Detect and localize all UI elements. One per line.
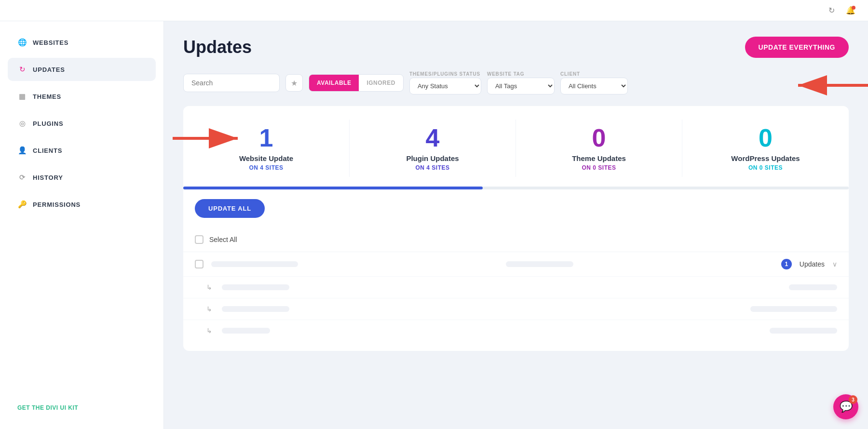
refresh-icon[interactable]: ↻	[826, 5, 837, 16]
stat-sublabel-themes: ON 0 SITES	[582, 164, 616, 171]
plugins-icon: ◎	[17, 119, 27, 128]
sidebar-item-history[interactable]: ⟳ History	[8, 166, 156, 189]
stat-sublabel-plugins: ON 4 SITES	[415, 164, 449, 171]
table-row-indent-3: ↳	[183, 320, 849, 341]
main-wrapper: Updates UPDATE EVERYTHING ★ AVAILABLE IG…	[164, 21, 868, 429]
stats-row: 1 Website Update ON 4 SITES 4 Plugin Upd…	[183, 106, 849, 187]
page-title: Updates	[183, 37, 252, 57]
expand-icon[interactable]: ∨	[832, 260, 837, 268]
sidebar-item-permissions[interactable]: 🔑 Permissions	[8, 193, 156, 216]
sidebar: 🌐 Websites ↻ Updates ▦ Themes ◎ Plugins …	[0, 21, 164, 429]
notification-icon[interactable]: 🔔	[845, 5, 856, 16]
update-all-section: UPDATE ALL Select All	[183, 189, 849, 351]
stat-card-wordpress: 0 WordPress Updates ON 0 SITES	[682, 120, 849, 177]
top-bar: ↻ 🔔	[0, 0, 868, 21]
client-filter-label: CLIENT	[560, 71, 627, 77]
sidebar-item-label: Plugins	[33, 120, 63, 127]
client-filter-select[interactable]: All Clients	[560, 78, 628, 94]
stat-number-wordpress: 0	[759, 125, 773, 150]
updates-badge: 1	[781, 259, 792, 269]
tag-filter-select[interactable]: All Tags	[487, 78, 555, 94]
sidebar-item-label: Updates	[33, 66, 65, 73]
stat-card-themes: 0 Theme Updates ON 0 SITES	[516, 120, 682, 177]
ignored-toggle-button[interactable]: IGNORED	[359, 75, 403, 91]
star-filter-button[interactable]: ★	[285, 74, 303, 92]
sidebar-item-label: History	[33, 174, 63, 181]
stat-label-plugins: Plugin Updates	[406, 154, 459, 162]
sidebar-item-websites[interactable]: 🌐 Websites	[8, 31, 156, 54]
stats-section: 1 Website Update ON 4 SITES 4 Plugin Upd…	[183, 106, 849, 189]
status-filter-group: THEMES/PLUGINS STATUS Any Status Up to D…	[409, 71, 481, 94]
filter-bar: ★ AVAILABLE IGNORED THEMES/PLUGINS STATU…	[183, 71, 849, 94]
stat-number-themes: 0	[592, 125, 606, 150]
sidebar-item-label: Themes	[33, 93, 61, 100]
client-filter-group: CLIENT All Clients	[560, 71, 628, 94]
stat-label-website: Website Update	[239, 154, 293, 162]
update-everything-button[interactable]: UPDATE EVERYTHING	[745, 37, 849, 58]
available-toggle-button[interactable]: AVAILABLE	[309, 75, 359, 91]
site-name-blurred	[211, 261, 298, 267]
subsite-name-blurred	[222, 306, 289, 312]
stat-label-themes: Theme Updates	[572, 154, 626, 162]
search-input[interactable]	[183, 74, 280, 92]
permissions-icon: 🔑	[17, 200, 27, 209]
sidebar-item-label: Permissions	[33, 201, 81, 208]
globe-icon: 🌐	[17, 38, 27, 47]
stat-sublabel-website: ON 4 SITES	[249, 164, 283, 171]
subsite-url-blurred	[789, 284, 837, 290]
site-url-blurred	[506, 261, 573, 267]
indent-arrow-icon: ↳	[206, 327, 212, 335]
table-section: Select All 1 Updates ∨	[183, 228, 849, 341]
sidebar-item-updates[interactable]: ↻ Updates	[8, 58, 156, 81]
subsite-name-blurred	[222, 284, 289, 290]
stat-number-website: 1	[259, 125, 273, 150]
table-row: 1 Updates ∨	[183, 252, 849, 277]
sidebar-footer: GET THE DIVI UI KIT	[8, 395, 156, 419]
table-row-indent-2: ↳	[183, 298, 849, 320]
divi-kit-link[interactable]: GET THE DIVI UI KIT	[17, 404, 78, 411]
chat-badge: 3	[849, 395, 857, 404]
history-icon: ⟳	[17, 173, 27, 182]
stat-card-website: 1 Website Update ON 4 SITES	[183, 120, 350, 177]
clients-icon: 👤	[17, 146, 27, 155]
tag-filter-group: WEBSITE TAG All Tags	[487, 71, 555, 94]
updates-count-text: Updates	[800, 260, 825, 268]
status-filter-select[interactable]: Any Status Up to Date Needs Update	[409, 78, 481, 94]
table-row-indent-1: ↳	[183, 277, 849, 298]
refresh-icon: ↻	[17, 65, 27, 74]
available-ignored-toggle: AVAILABLE IGNORED	[309, 74, 404, 92]
app-body: 🌐 Websites ↻ Updates ▦ Themes ◎ Plugins …	[0, 21, 868, 429]
subsite-url-blurred	[750, 306, 837, 312]
sidebar-item-label: Clients	[33, 147, 62, 154]
sidebar-item-themes[interactable]: ▦ Themes	[8, 85, 156, 108]
stat-sublabel-wordpress: ON 0 SITES	[748, 164, 783, 171]
indent-arrow-icon: ↳	[206, 305, 212, 313]
subsite-name-blurred	[222, 328, 270, 334]
status-filter-label: THEMES/PLUGINS STATUS	[409, 71, 480, 77]
themes-icon: ▦	[17, 92, 27, 101]
stat-number-plugins: 4	[426, 125, 440, 150]
tag-filter-label: WEBSITE TAG	[487, 71, 554, 77]
sidebar-item-plugins[interactable]: ◎ Plugins	[8, 112, 156, 135]
select-all-row: Select All	[183, 228, 849, 252]
main-content: Updates UPDATE EVERYTHING ★ AVAILABLE IG…	[164, 21, 868, 429]
row-checkbox[interactable]	[195, 260, 203, 268]
select-all-label: Select All	[209, 236, 237, 243]
select-all-checkbox[interactable]	[195, 235, 203, 244]
sidebar-item-clients[interactable]: 👤 Clients	[8, 139, 156, 162]
subsite-url-blurred	[770, 328, 837, 334]
indent-arrow-icon: ↳	[206, 283, 212, 291]
page-header: Updates UPDATE EVERYTHING	[183, 37, 849, 58]
chat-bubble[interactable]: 💬 3	[833, 394, 858, 419]
sidebar-item-label: Websites	[33, 39, 68, 46]
stat-card-plugins: 4 Plugin Updates ON 4 SITES	[350, 120, 516, 177]
notification-badge	[852, 6, 855, 10]
stat-label-wordpress: WordPress Updates	[731, 154, 800, 162]
update-all-button[interactable]: UPDATE ALL	[195, 199, 265, 218]
